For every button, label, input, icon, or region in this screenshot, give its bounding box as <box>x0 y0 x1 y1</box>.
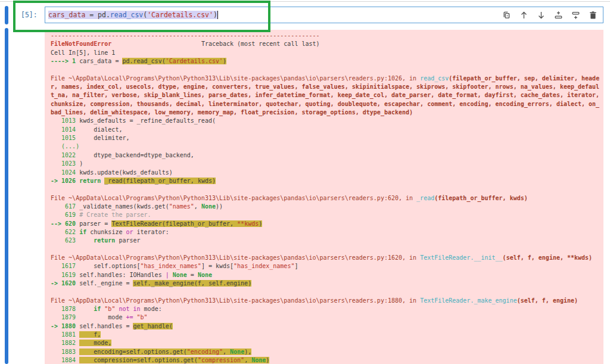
cell-input-box: cars_data = pd.read_csv('Cardetails.csv'… <box>45 7 603 23</box>
top-divider <box>0 1 610 2</box>
error-output-area: ----------------------------------------… <box>45 30 603 364</box>
notebook-cell-view: [5]: cars_data = pd.read_csv('Cardetails… <box>0 0 610 364</box>
insert-cell-above-icon[interactable] <box>553 10 564 20</box>
insert-cell-below-icon[interactable] <box>570 10 581 20</box>
selected-code-text: cars_data = pd.read_csv('Cardetails.csv'… <box>48 11 217 19</box>
cell-toolbar <box>501 10 598 20</box>
duplicate-cell-icon[interactable] <box>501 10 512 20</box>
execution-count-label: [5]: <box>21 11 38 19</box>
traceback-text: ----------------------------------------… <box>51 32 603 364</box>
text-caret <box>217 11 218 19</box>
move-cell-down-icon[interactable] <box>536 10 546 20</box>
move-cell-up-icon[interactable] <box>518 10 529 20</box>
code-editor[interactable]: cars_data = pd.read_csv('Cardetails.csv'… <box>48 11 218 19</box>
delete-cell-icon[interactable] <box>587 10 598 20</box>
cell-active-indicator-output[interactable] <box>5 28 8 364</box>
cell-active-indicator-input[interactable] <box>5 6 8 24</box>
